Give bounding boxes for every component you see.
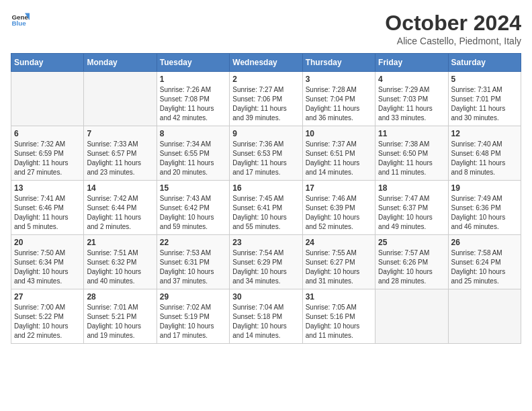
calendar-cell: 26Sunrise: 7:58 AM Sunset: 6:24 PM Dayli… — [448, 235, 521, 289]
day-info: Sunrise: 7:05 AM Sunset: 5:16 PM Dayligh… — [306, 303, 372, 340]
day-info: Sunrise: 7:00 AM Sunset: 5:22 PM Dayligh… — [14, 303, 81, 340]
day-number: 21 — [87, 238, 153, 247]
calendar-cell — [448, 289, 521, 344]
calendar-cell: 5Sunrise: 7:31 AM Sunset: 7:01 PM Daylig… — [448, 72, 521, 126]
day-info: Sunrise: 7:46 AM Sunset: 6:39 PM Dayligh… — [306, 194, 372, 232]
day-number: 22 — [160, 238, 226, 247]
day-info: Sunrise: 7:40 AM Sunset: 6:48 PM Dayligh… — [451, 140, 518, 177]
day-number: 20 — [14, 238, 81, 247]
day-number: 16 — [232, 183, 299, 193]
day-number: 17 — [306, 183, 372, 193]
day-number: 8 — [160, 129, 226, 138]
calendar-cell — [11, 72, 84, 126]
day-number: 7 — [87, 129, 153, 138]
logo-icon: General Blue — [11, 11, 30, 30]
calendar-cell: 10Sunrise: 7:37 AM Sunset: 6:51 PM Dayli… — [302, 126, 375, 181]
day-info: Sunrise: 7:38 AM Sunset: 6:50 PM Dayligh… — [378, 140, 445, 177]
week-row-1: 1Sunrise: 7:26 AM Sunset: 7:08 PM Daylig… — [11, 72, 521, 126]
day-number: 24 — [306, 238, 372, 247]
calendar-cell: 25Sunrise: 7:57 AM Sunset: 6:26 PM Dayli… — [375, 235, 448, 289]
day-number: 1 — [160, 75, 226, 84]
calendar-cell: 16Sunrise: 7:45 AM Sunset: 6:41 PM Dayli… — [230, 181, 302, 235]
calendar-cell: 31Sunrise: 7:05 AM Sunset: 5:16 PM Dayli… — [302, 289, 375, 344]
day-info: Sunrise: 7:45 AM Sunset: 6:41 PM Dayligh… — [232, 194, 299, 232]
header-day-thursday: Thursday — [302, 54, 375, 72]
calendar-cell: 20Sunrise: 7:50 AM Sunset: 6:34 PM Dayli… — [11, 235, 84, 289]
day-info: Sunrise: 7:29 AM Sunset: 7:03 PM Dayligh… — [378, 85, 445, 123]
calendar-cell: 3Sunrise: 7:28 AM Sunset: 7:04 PM Daylig… — [302, 72, 375, 126]
day-number: 2 — [232, 75, 299, 84]
calendar-cell: 11Sunrise: 7:38 AM Sunset: 6:50 PM Dayli… — [375, 126, 448, 181]
calendar-cell: 27Sunrise: 7:00 AM Sunset: 5:22 PM Dayli… — [11, 289, 84, 344]
day-number: 23 — [232, 238, 299, 247]
day-info: Sunrise: 7:01 AM Sunset: 5:21 PM Dayligh… — [87, 303, 153, 340]
calendar-cell: 22Sunrise: 7:53 AM Sunset: 6:31 PM Dayli… — [157, 235, 229, 289]
calendar-cell: 19Sunrise: 7:49 AM Sunset: 6:36 PM Dayli… — [448, 181, 521, 235]
day-number: 15 — [160, 183, 226, 193]
day-info: Sunrise: 7:58 AM Sunset: 6:24 PM Dayligh… — [451, 248, 518, 286]
day-info: Sunrise: 7:37 AM Sunset: 6:51 PM Dayligh… — [306, 140, 372, 177]
week-row-5: 27Sunrise: 7:00 AM Sunset: 5:22 PM Dayli… — [11, 289, 521, 344]
calendar-cell: 30Sunrise: 7:04 AM Sunset: 5:18 PM Dayli… — [230, 289, 302, 344]
header-day-saturday: Saturday — [448, 54, 521, 72]
day-info: Sunrise: 7:27 AM Sunset: 7:06 PM Dayligh… — [232, 85, 299, 123]
calendar-cell: 8Sunrise: 7:34 AM Sunset: 6:55 PM Daylig… — [157, 126, 229, 181]
calendar-cell — [375, 289, 448, 344]
day-info: Sunrise: 7:57 AM Sunset: 6:26 PM Dayligh… — [378, 248, 445, 286]
header-day-wednesday: Wednesday — [230, 54, 302, 72]
day-number: 10 — [306, 129, 372, 138]
title-area: October 2024 Alice Castello, Piedmont, I… — [385, 11, 521, 46]
day-info: Sunrise: 7:42 AM Sunset: 6:44 PM Dayligh… — [87, 194, 153, 232]
subtitle: Alice Castello, Piedmont, Italy — [385, 36, 521, 46]
day-number: 14 — [87, 183, 153, 193]
day-info: Sunrise: 7:54 AM Sunset: 6:29 PM Dayligh… — [232, 248, 299, 286]
day-info: Sunrise: 7:47 AM Sunset: 6:37 PM Dayligh… — [378, 194, 445, 232]
day-info: Sunrise: 7:28 AM Sunset: 7:04 PM Dayligh… — [306, 85, 372, 123]
header-day-tuesday: Tuesday — [157, 54, 229, 72]
header-day-friday: Friday — [375, 54, 448, 72]
day-info: Sunrise: 7:34 AM Sunset: 6:55 PM Dayligh… — [160, 140, 226, 177]
calendar-cell: 4Sunrise: 7:29 AM Sunset: 7:03 PM Daylig… — [375, 72, 448, 126]
calendar-cell: 29Sunrise: 7:02 AM Sunset: 5:19 PM Dayli… — [157, 289, 229, 344]
week-row-4: 20Sunrise: 7:50 AM Sunset: 6:34 PM Dayli… — [11, 235, 521, 289]
calendar-cell: 12Sunrise: 7:40 AM Sunset: 6:48 PM Dayli… — [448, 126, 521, 181]
calendar-cell: 18Sunrise: 7:47 AM Sunset: 6:37 PM Dayli… — [375, 181, 448, 235]
day-info: Sunrise: 7:55 AM Sunset: 6:27 PM Dayligh… — [306, 248, 372, 286]
calendar-cell: 6Sunrise: 7:32 AM Sunset: 6:59 PM Daylig… — [11, 126, 84, 181]
header-day-monday: Monday — [84, 54, 157, 72]
day-number: 11 — [378, 129, 445, 138]
day-info: Sunrise: 7:36 AM Sunset: 6:53 PM Dayligh… — [232, 140, 299, 177]
day-info: Sunrise: 7:33 AM Sunset: 6:57 PM Dayligh… — [87, 140, 153, 177]
day-number: 18 — [378, 183, 445, 193]
day-number: 13 — [14, 183, 81, 193]
main-title: October 2024 — [385, 11, 521, 36]
day-number: 12 — [451, 129, 518, 138]
calendar-cell — [84, 72, 157, 126]
calendar-cell: 17Sunrise: 7:46 AM Sunset: 6:39 PM Dayli… — [302, 181, 375, 235]
day-info: Sunrise: 7:04 AM Sunset: 5:18 PM Dayligh… — [232, 303, 299, 340]
day-number: 26 — [451, 238, 518, 247]
day-number: 6 — [14, 129, 81, 138]
day-info: Sunrise: 7:43 AM Sunset: 6:42 PM Dayligh… — [160, 194, 226, 232]
day-number: 30 — [232, 292, 299, 302]
day-info: Sunrise: 7:32 AM Sunset: 6:59 PM Dayligh… — [14, 140, 81, 177]
header-day-sunday: Sunday — [11, 54, 84, 72]
day-number: 29 — [160, 292, 226, 302]
calendar-cell: 7Sunrise: 7:33 AM Sunset: 6:57 PM Daylig… — [84, 126, 157, 181]
week-row-2: 6Sunrise: 7:32 AM Sunset: 6:59 PM Daylig… — [11, 126, 521, 181]
calendar-cell: 9Sunrise: 7:36 AM Sunset: 6:53 PM Daylig… — [230, 126, 302, 181]
calendar-cell: 13Sunrise: 7:41 AM Sunset: 6:46 PM Dayli… — [11, 181, 84, 235]
calendar-cell: 15Sunrise: 7:43 AM Sunset: 6:42 PM Dayli… — [157, 181, 229, 235]
day-info: Sunrise: 7:31 AM Sunset: 7:01 PM Dayligh… — [451, 85, 518, 123]
calendar-cell: 14Sunrise: 7:42 AM Sunset: 6:44 PM Dayli… — [84, 181, 157, 235]
day-number: 25 — [378, 238, 445, 247]
header-row: SundayMondayTuesdayWednesdayThursdayFrid… — [11, 54, 521, 72]
week-row-3: 13Sunrise: 7:41 AM Sunset: 6:46 PM Dayli… — [11, 181, 521, 235]
calendar-cell: 24Sunrise: 7:55 AM Sunset: 6:27 PM Dayli… — [302, 235, 375, 289]
calendar-cell: 2Sunrise: 7:27 AM Sunset: 7:06 PM Daylig… — [230, 72, 302, 126]
day-number: 27 — [14, 292, 81, 302]
page-header: General Blue October 2024 Alice Castello… — [11, 11, 521, 46]
calendar-cell: 23Sunrise: 7:54 AM Sunset: 6:29 PM Dayli… — [230, 235, 302, 289]
day-number: 5 — [451, 75, 518, 84]
day-number: 9 — [232, 129, 299, 138]
